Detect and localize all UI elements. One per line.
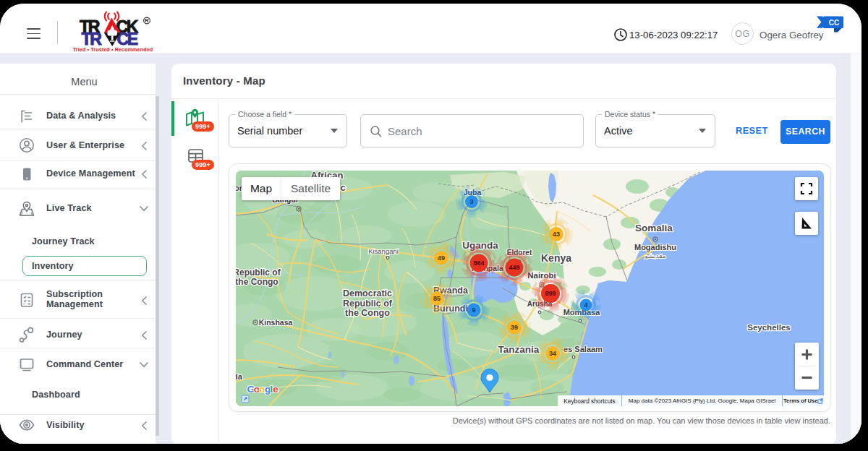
svg-text:Kisangani: Kisangani bbox=[368, 247, 399, 255]
svg-text:Democratic: Democratic bbox=[343, 288, 392, 298]
svg-text:e: e bbox=[273, 384, 278, 395]
svg-text:Mogadishu: Mogadishu bbox=[634, 243, 676, 252]
svg-text:CC: CC bbox=[829, 19, 839, 27]
svg-text:39: 39 bbox=[511, 324, 518, 331]
svg-text:c: c bbox=[340, 182, 345, 193]
svg-text:Kinshasa: Kinshasa bbox=[259, 318, 293, 327]
svg-text:899: 899 bbox=[545, 290, 556, 297]
svg-text:the Congo: the Congo bbox=[236, 277, 278, 287]
svg-text:3: 3 bbox=[469, 198, 473, 205]
svg-text:864: 864 bbox=[473, 259, 484, 267]
svg-text:9: 9 bbox=[472, 306, 475, 314]
svg-text:Seychelles: Seychelles bbox=[747, 323, 790, 332]
svg-text:Kenya: Kenya bbox=[541, 252, 571, 264]
svg-text:34: 34 bbox=[549, 350, 556, 357]
svg-text:43: 43 bbox=[553, 231, 560, 238]
svg-text:Somalia: Somalia bbox=[635, 223, 673, 233]
svg-text:the Congo: the Congo bbox=[345, 308, 390, 318]
svg-text:da: da bbox=[236, 372, 243, 381]
svg-text:85: 85 bbox=[433, 295, 441, 302]
svg-text:es Salaam: es Salaam bbox=[563, 345, 603, 353]
svg-text:4: 4 bbox=[584, 301, 587, 309]
svg-text:449: 449 bbox=[509, 264, 519, 271]
svg-text:49: 49 bbox=[438, 254, 445, 262]
svg-text:Tanzania: Tanzania bbox=[498, 344, 540, 355]
svg-text:R: R bbox=[145, 17, 149, 24]
svg-text:مقديشو: مقديشو bbox=[644, 252, 665, 259]
